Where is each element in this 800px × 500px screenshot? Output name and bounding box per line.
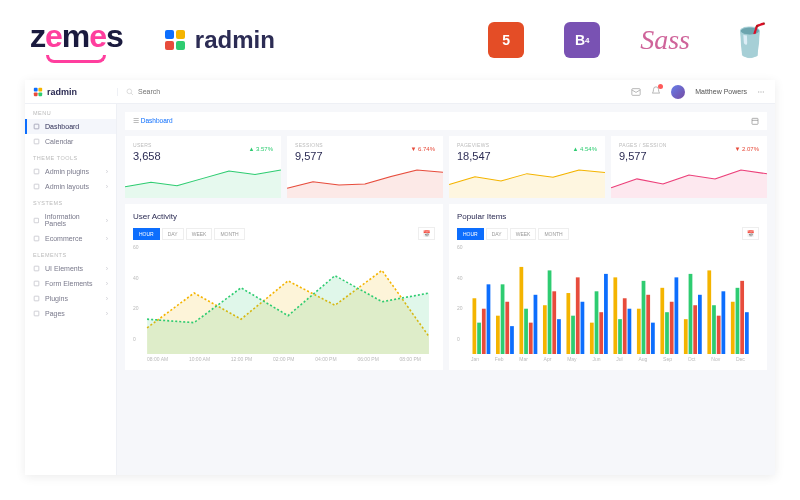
sidebar: MENUDashboardCalendarTHEME TOOLSAdmin pl… [25,104,117,475]
svg-rect-41 [557,319,561,354]
svg-rect-14 [34,124,39,129]
svg-rect-4 [34,87,38,91]
svg-rect-55 [642,281,646,354]
svg-line-9 [131,93,133,95]
menu-item-label: Pages [45,310,65,317]
menu-item-label: UI Elements [45,265,83,272]
menu-item-label: Calendar [45,138,73,145]
stat-change: ▲ 3.57% [248,146,273,152]
date-picker[interactable]: 📅 [742,227,759,240]
grid-icon [33,123,40,130]
date-picker[interactable]: 📅 [418,227,435,240]
chevron-right-icon: › [106,217,108,224]
menu-section-label: SYSTEMS [25,194,116,209]
promo-logo-bar: zemes radmin 5 B4 Sass 🥤 [0,0,800,80]
svg-rect-53 [628,309,632,354]
calendar-icon[interactable] [751,117,759,125]
sidebar-item-ui-elements[interactable]: UI Elements› [25,261,116,276]
ui-icon [33,265,40,272]
panel-title: User Activity [133,212,177,221]
svg-rect-37 [534,295,538,354]
svg-rect-61 [675,277,679,354]
svg-rect-35 [524,309,528,354]
tab-week[interactable]: WEEK [186,228,213,240]
stat-card-users: USERS 3,658 ▲ 3.57% [125,136,281,198]
tab-week[interactable]: WEEK [510,228,537,240]
svg-rect-56 [646,295,650,354]
chevron-right-icon: › [106,310,108,317]
popular-items-panel: Popular Items HOURDAYWEEKMONTH 📅 6040200… [449,204,767,370]
chevron-right-icon: › [106,295,108,302]
search-input[interactable] [138,88,613,95]
svg-point-13 [763,91,764,92]
app-header: radmin Matthew Powers [25,80,775,104]
menu-item-label: Admin layouts [45,183,89,190]
menu-item-label: Plugins [45,295,68,302]
svg-rect-21 [34,281,39,286]
tab-month[interactable]: MONTH [214,228,244,240]
svg-rect-46 [590,323,594,354]
svg-rect-72 [740,281,744,354]
brand[interactable]: radmin [25,87,117,97]
search-icon [126,88,134,96]
svg-rect-26 [473,298,477,354]
tab-day[interactable]: DAY [486,228,508,240]
range-tabs: HOURDAYWEEKMONTH [457,228,569,240]
svg-rect-39 [548,270,552,354]
tab-month[interactable]: MONTH [538,228,568,240]
svg-rect-62 [684,319,688,354]
app-window: radmin Matthew Powers MENUDashboardCalen… [25,80,775,475]
svg-rect-23 [34,311,39,316]
svg-rect-69 [721,291,725,354]
stat-card-sessions: SESSIONS 9,577 ▼ 6.74% [287,136,443,198]
svg-rect-48 [599,312,603,354]
svg-rect-34 [519,267,523,354]
sparkline [449,166,605,198]
svg-rect-29 [487,284,491,354]
menu-section-label: THEME TOOLS [25,149,116,164]
sidebar-item-dashboard[interactable]: Dashboard [25,119,116,134]
svg-point-12 [760,91,761,92]
svg-rect-22 [34,296,39,301]
svg-rect-27 [477,323,481,354]
sidebar-item-plugins[interactable]: Plugins› [25,291,116,306]
sidebar-item-form-elements[interactable]: Form Elements› [25,276,116,291]
sidebar-item-ecommerce[interactable]: Ecommerce› [25,231,116,246]
breadcrumb: ☰ Dashboard [125,112,767,130]
sparkline [611,166,767,198]
sparkline [125,166,281,198]
more-icon[interactable] [757,88,765,96]
popular-items-chart: 6040200 [457,244,759,354]
search-bar[interactable] [117,88,621,96]
layout-icon [33,183,40,190]
svg-rect-1 [176,30,185,39]
svg-rect-43 [571,316,575,354]
main-content: ☰ Dashboard USERS 3,658 ▲ 3.57% SESSIONS… [117,104,775,475]
svg-rect-17 [34,184,39,189]
svg-rect-2 [165,41,174,50]
menu-item-label: Dashboard [45,123,79,130]
sidebar-item-admin-layouts[interactable]: Admin layouts› [25,179,116,194]
avatar[interactable] [671,85,685,99]
sidebar-item-calendar[interactable]: Calendar [25,134,116,149]
stat-change: ▼ 2.07% [734,146,759,152]
chevron-right-icon: › [106,183,108,190]
tab-hour[interactable]: HOUR [457,228,484,240]
notifications-button[interactable] [651,86,661,97]
sidebar-item-admin-plugins[interactable]: Admin plugins› [25,164,116,179]
user-name: Matthew Powers [695,88,747,95]
svg-rect-58 [660,288,664,354]
cart-icon [33,235,40,242]
sass-logo-icon: Sass [640,24,690,56]
svg-rect-0 [165,30,174,39]
mail-icon[interactable] [631,87,641,97]
sidebar-item-information-panels[interactable]: Information Panels› [25,209,116,231]
svg-rect-65 [698,295,702,354]
tab-hour[interactable]: HOUR [133,228,160,240]
tab-day[interactable]: DAY [162,228,184,240]
menu-item-label: Form Elements [45,280,92,287]
svg-rect-66 [707,270,711,354]
svg-rect-50 [613,277,617,354]
sidebar-item-pages[interactable]: Pages› [25,306,116,321]
svg-rect-57 [651,323,655,354]
